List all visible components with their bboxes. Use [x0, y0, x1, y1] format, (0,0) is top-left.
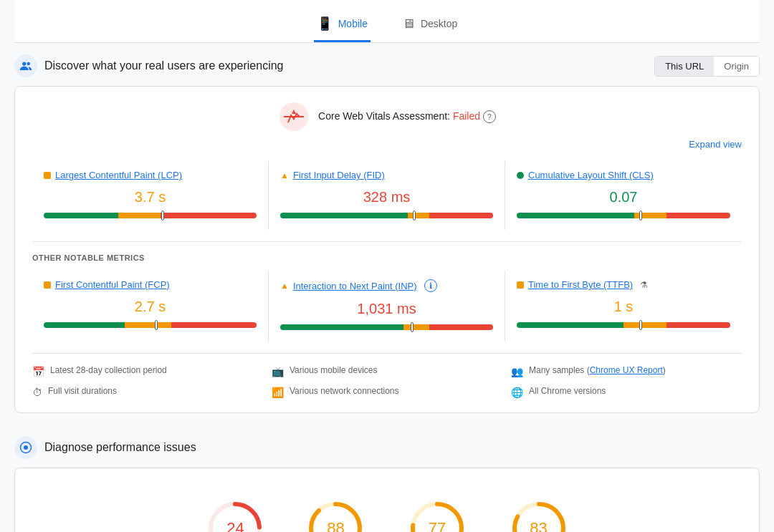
cwv-metrics-grid: Largest Contentful Paint (LCP) 3.7 s ▲ F… — [32, 161, 742, 230]
cls-marker — [639, 211, 642, 221]
ttfb-value: 1 s — [517, 299, 730, 315]
cwv-assessment-label: Core Web Vitals Assessment: Failed ? — [318, 110, 496, 123]
chrome-ux-link[interactable]: Chrome UX Report — [590, 365, 663, 375]
score-seo[interactable]: 83 SEO — [510, 500, 568, 532]
fid-label: ▲ First Input Delay (FID) — [280, 170, 493, 180]
meta-samples-text: Many samples (Chrome UX Report) — [529, 365, 666, 375]
best-practices-circle: 77 — [408, 500, 466, 532]
fcp-label: First Contentful Paint (FCP) — [44, 279, 257, 290]
ttfb-bar-orange — [624, 322, 666, 328]
meta-network: 📶 Various network connections — [272, 386, 502, 398]
meta-chrome-text: All Chrome versions — [529, 386, 606, 396]
ttfb-link[interactable]: Time to First Byte (TTFB) — [528, 279, 633, 290]
inp-marker — [411, 322, 414, 332]
origin-button[interactable]: Origin — [714, 57, 759, 76]
svg-point-1 — [27, 62, 31, 66]
url-toggle: This URL Origin — [654, 56, 760, 77]
metric-fid: ▲ First Input Delay (FID) 328 ms — [269, 161, 505, 230]
seo-score: 83 — [530, 519, 547, 532]
real-users-title: Discover what your real users are experi… — [44, 59, 283, 72]
ttfb-bar-green — [517, 322, 624, 328]
lcp-label: Largest Contentful Paint (LCP) — [44, 170, 257, 180]
cwv-status: Failed — [453, 110, 480, 122]
wifi-icon: 📶 — [272, 387, 284, 398]
lcp-marker — [161, 211, 164, 221]
tab-bar: 📱 Mobile 🖥 Desktop — [14, 0, 760, 43]
score-performance[interactable]: 24 Performance — [206, 500, 264, 532]
ttfb-bar-red — [666, 322, 730, 328]
ttfb-indicator — [517, 281, 524, 289]
inp-bar-orange — [403, 324, 429, 330]
fid-link[interactable]: First Input Delay (FID) — [293, 170, 385, 180]
inp-indicator: ▲ — [280, 281, 289, 291]
tab-desktop[interactable]: 🖥 Desktop — [399, 9, 460, 42]
metric-cls: Cumulative Layout Shift (CLS) 0.07 — [505, 161, 742, 230]
meta-collection-period: 📅 Latest 28-day collection period — [32, 365, 263, 377]
other-metrics-label: OTHER NOTABLE METRICS — [32, 253, 742, 262]
cwv-header: Core Web Vitals Assessment: Failed ? — [32, 101, 742, 132]
this-url-button[interactable]: This URL — [655, 57, 714, 76]
people-icon: 👥 — [511, 366, 523, 377]
other-metrics-grid: First Contentful Paint (FCP) 2.7 s ▲ Int… — [32, 271, 742, 342]
performance-score: 24 — [226, 519, 244, 532]
scores-grid: 24 Performance 88 Accessibility — [32, 483, 742, 532]
monitor-icon: 📺 — [272, 366, 284, 377]
ttfb-bar — [517, 322, 730, 328]
cls-bar — [517, 213, 730, 218]
fid-indicator: ▲ — [280, 170, 289, 180]
meta-visit-durations: ⏱ Full visit durations — [32, 386, 263, 398]
diagnose-header-left: Diagnose performance issues — [14, 436, 196, 459]
inp-bar-red — [429, 324, 493, 330]
cls-indicator — [517, 172, 524, 179]
inp-info-icon[interactable]: ℹ — [424, 279, 437, 292]
cls-bar-red — [666, 213, 730, 218]
metric-inp: ▲ Interaction to Next Paint (INP) ℹ 1,03… — [269, 271, 505, 342]
inp-label: ▲ Interaction to Next Paint (INP) ℹ — [280, 279, 493, 292]
svg-point-6 — [24, 445, 28, 450]
fcp-marker — [155, 320, 158, 330]
lcp-bar-green — [44, 213, 118, 218]
tab-desktop-label: Desktop — [421, 18, 457, 29]
meta-mobile-devices: 📺 Various mobile devices — [272, 365, 502, 377]
lcp-value: 3.7 s — [44, 189, 257, 205]
expand-view-link[interactable]: Expand view — [689, 139, 742, 150]
desktop-icon: 🖥 — [402, 16, 415, 32]
lcp-bar-orange — [118, 213, 161, 218]
cls-label: Cumulative Layout Shift (CLS) — [517, 170, 730, 180]
globe-icon: 🌐 — [511, 387, 523, 398]
fcp-indicator — [44, 281, 51, 289]
inp-value: 1,031 ms — [280, 301, 493, 317]
diagnose-icon — [14, 436, 37, 459]
cls-value: 0.07 — [517, 189, 730, 205]
scores-card: 24 Performance 88 Accessibility — [14, 468, 760, 532]
lcp-link[interactable]: Largest Contentful Paint (LCP) — [55, 170, 182, 180]
fid-bar — [280, 213, 493, 218]
cls-link[interactable]: Cumulative Layout Shift (CLS) — [528, 170, 654, 180]
metric-fcp: First Contentful Paint (FCP) 2.7 s — [32, 271, 269, 342]
svg-point-0 — [22, 62, 26, 65]
fcp-value: 2.7 s — [44, 299, 257, 315]
fcp-bar — [44, 322, 257, 328]
ttfb-label: Time to First Byte (TTFB) ⚗ — [517, 279, 730, 290]
metric-lcp: Largest Contentful Paint (LCP) 3.7 s — [32, 161, 269, 230]
ttfb-flask-icon: ⚗ — [640, 280, 648, 290]
cls-bar-green — [517, 213, 634, 218]
ttfb-marker — [639, 320, 642, 330]
tab-mobile[interactable]: 📱 Mobile — [314, 9, 371, 42]
best-practices-score: 77 — [429, 519, 446, 532]
tab-mobile-label: Mobile — [338, 18, 368, 29]
fid-value: 328 ms — [280, 189, 493, 205]
meta-chrome: 🌐 All Chrome versions — [511, 386, 742, 398]
cwv-info-icon[interactable]: ? — [483, 110, 496, 123]
fcp-bar-red — [171, 322, 257, 328]
accessibility-circle: 88 — [307, 500, 364, 532]
fid-bar-red — [429, 213, 493, 218]
score-accessibility[interactable]: 88 Accessibility — [307, 500, 364, 532]
fcp-link[interactable]: First Contentful Paint (FCP) — [55, 279, 170, 290]
inp-link[interactable]: Interaction to Next Paint (INP) — [293, 281, 417, 291]
meta-samples: 👥 Many samples (Chrome UX Report) — [511, 365, 742, 377]
cwv-icon — [278, 101, 310, 132]
fid-bar-orange — [408, 213, 429, 218]
cwv-card: Core Web Vitals Assessment: Failed ? Exp… — [14, 86, 760, 413]
score-best-practices[interactable]: 77 Best Practices — [407, 500, 467, 532]
